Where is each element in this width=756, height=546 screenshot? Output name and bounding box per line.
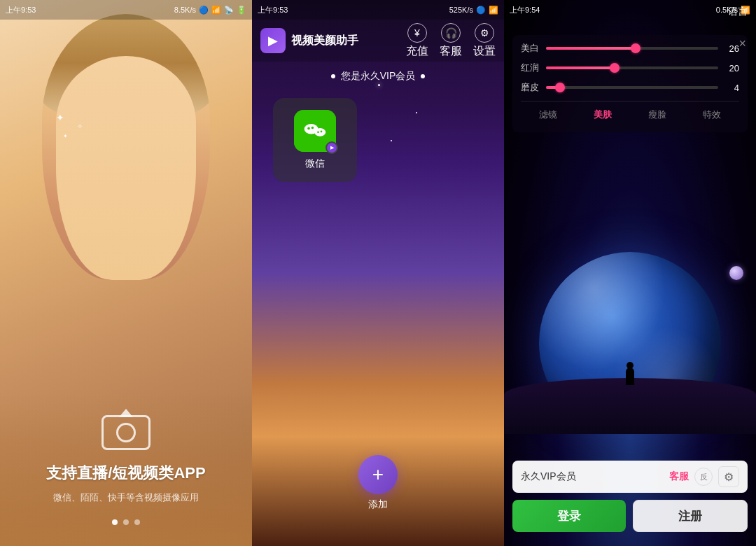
camera-icon — [102, 415, 150, 450]
vip-service-button[interactable]: 客服 — [669, 470, 689, 483]
slider-fill-meibai — [546, 47, 636, 50]
panel1-title: 支持直播/短视频类APP — [46, 463, 205, 484]
slider-thumb-meibai[interactable] — [631, 43, 640, 53]
star-1 — [378, 84, 380, 86]
app-logo: ▶ — [260, 28, 286, 53]
moon-indicator — [729, 266, 743, 280]
slider-value-hongrun: 20 — [724, 63, 739, 74]
svg-point-4 — [317, 131, 319, 133]
slider-thumb-hongrun[interactable] — [610, 63, 620, 73]
tab-filter[interactable]: 滤镜 — [533, 107, 563, 122]
panel3: 上午9:54 0.5K/s 📶 语言 × 美白 26 红润 — [504, 0, 756, 546]
p2-statusbar: 上午9:53 525K/s 🔵 📶 — [252, 0, 504, 20]
p2-status-time: 上午9:53 — [258, 5, 288, 15]
vip-dot-left — [331, 74, 335, 78]
p3-bottom-bar: 永久VIP会员 客服 反 ⚙ 登录 注册 — [504, 454, 756, 546]
star-3 — [391, 140, 392, 141]
add-label: 添加 — [368, 498, 388, 511]
p1-status-right: 8.5K/s 🔵 📶 📡 🔋 — [174, 6, 246, 15]
p2-speed: 525K/s — [449, 6, 473, 14]
tab-effect[interactable]: 特效 — [697, 107, 727, 122]
dot-1 — [112, 519, 118, 525]
p2-status-right: 525K/s 🔵 📶 — [449, 6, 498, 15]
planet-surface — [504, 378, 756, 434]
vip-dot-right — [421, 74, 425, 78]
p2-bt-icon: 🔵 — [476, 6, 486, 15]
p3-status-time: 上午9:54 — [510, 5, 540, 15]
settings-button[interactable]: ⚙ 设置 — [473, 23, 496, 59]
beauty-controls-panel: × 美白 26 红润 20 磨皮 — [504, 35, 756, 132]
panel2: 上午9:53 525K/s 🔵 📶 ▶ 视频美颜助手 ¥ 充值 🎧 客服 ⚙ 设… — [252, 0, 504, 546]
service-label: 客服 — [440, 44, 462, 59]
settings-label: 设置 — [473, 44, 496, 59]
recharge-label: 充值 — [406, 44, 428, 59]
p3-statusbar: 上午9:54 0.5K/s 📶 — [504, 0, 756, 20]
language-label: 语言 — [728, 6, 748, 17]
register-label: 注册 — [678, 508, 702, 524]
pagination-dots — [0, 519, 252, 525]
register-button[interactable]: 注册 — [633, 500, 748, 532]
slider-fill-hongrun — [546, 66, 615, 69]
vip-badge: 您是永久VIP会员 — [252, 70, 504, 83]
slider-label-mopi: 磨皮 — [521, 81, 540, 94]
dot-3 — [134, 519, 140, 525]
panel1-subtitle: 微信、陌陌、快手等含视频摄像应用 — [53, 491, 199, 505]
login-button[interactable]: 登录 — [512, 500, 626, 532]
add-circle-icon: + — [358, 455, 398, 494]
slider-row-meibai: 美白 26 — [521, 42, 739, 55]
service-button[interactable]: 🎧 客服 — [440, 23, 462, 59]
camera-lens — [116, 423, 136, 442]
svg-point-5 — [321, 131, 323, 133]
recharge-icon: ¥ — [407, 23, 427, 43]
slider-label-hongrun: 红润 — [521, 62, 540, 74]
svg-point-1 — [307, 127, 310, 130]
settings-icon: ⚙ — [475, 23, 494, 43]
slider-panel: × 美白 26 红润 20 磨皮 — [512, 35, 748, 132]
app-name: 视频美颜助手 — [291, 34, 406, 48]
slider-label-meibai: 美白 — [521, 42, 540, 55]
tab-skin[interactable]: 美肤 — [588, 107, 617, 122]
wechat-label: 微信 — [305, 158, 325, 170]
p1-speed: 8.5K/s — [174, 6, 196, 14]
slider-value-meibai: 26 — [724, 43, 739, 54]
girl-face-inner — [56, 56, 196, 280]
close-button[interactable]: × — [738, 36, 746, 51]
p2-signal: 📶 — [489, 6, 498, 15]
p2-header: ▶ 视频美颜助手 ¥ 充值 🎧 客服 ⚙ 设置 — [252, 20, 504, 62]
wechat-card[interactable]: 🐧 微信 — [273, 98, 357, 182]
p1-wifi-icon: 📡 — [224, 6, 234, 15]
language-button[interactable]: 语言 — [728, 6, 748, 18]
panel1: ✦ ✧ ✦ 上午9:53 8.5K/s 🔵 📶 📡 🔋 支持直播/短视频类APP… — [0, 0, 252, 546]
tab-slim[interactable]: 瘦脸 — [643, 107, 672, 122]
slider-track-meibai[interactable] — [546, 47, 718, 50]
login-label: 登录 — [557, 508, 581, 524]
slider-thumb-mopi[interactable] — [555, 83, 565, 92]
slider-row-hongrun: 红润 20 — [521, 62, 739, 74]
vip-membership-row: 永久VIP会员 客服 反 ⚙ — [512, 461, 748, 493]
feedback-button[interactable]: 反 — [694, 468, 713, 486]
slider-value-mopi: 4 — [724, 83, 739, 93]
p1-signal-icon: 📶 — [211, 6, 221, 15]
vip-text: 您是永久VIP会员 — [341, 70, 416, 83]
slider-track-hongrun[interactable] — [546, 66, 718, 69]
add-button[interactable]: + 添加 — [358, 455, 398, 511]
face-sparkles: ✦ ✧ ✦ — [56, 112, 98, 154]
gear-button[interactable]: ⚙ — [718, 466, 739, 487]
slider-track-mopi[interactable] — [546, 86, 718, 89]
wechat-badge — [326, 141, 338, 154]
vip-row-actions: 客服 反 ⚙ — [669, 466, 739, 487]
service-icon: 🎧 — [441, 23, 461, 43]
vip-membership-label: 永久VIP会员 — [521, 470, 576, 483]
figure-silhouette — [626, 368, 634, 385]
plus-icon: + — [372, 463, 384, 486]
svg-point-2 — [312, 127, 314, 130]
wechat-icon: 🐧 — [294, 110, 336, 152]
p1-status-time: 上午9:53 — [6, 5, 36, 15]
action-buttons: 登录 注册 — [512, 500, 748, 532]
svg-point-3 — [314, 128, 326, 136]
recharge-button[interactable]: ¥ 充值 — [406, 23, 428, 59]
p1-bt-icon: 🔵 — [199, 6, 209, 15]
beauty-tabs: 滤镜 美肤 瘦脸 特效 — [521, 101, 739, 125]
star-2 — [416, 112, 417, 113]
header-actions: ¥ 充值 🎧 客服 ⚙ 设置 — [406, 23, 496, 59]
